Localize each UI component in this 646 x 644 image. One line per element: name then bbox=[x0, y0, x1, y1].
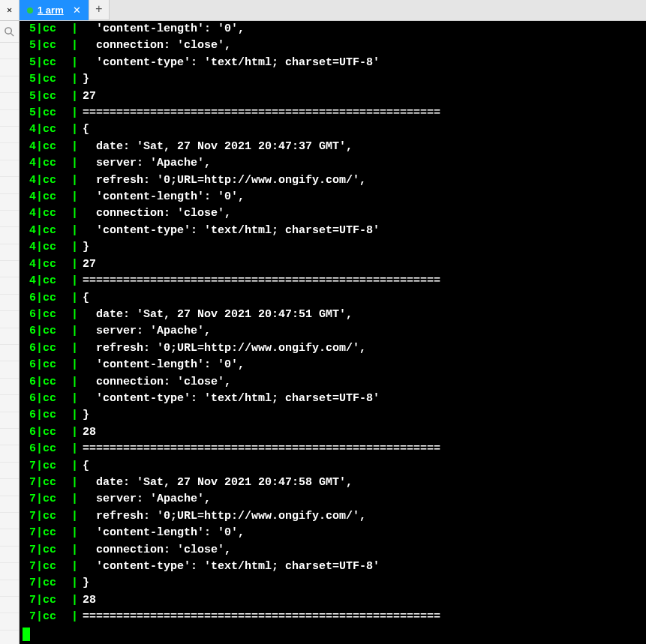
line-prefix: 6|cc bbox=[23, 391, 70, 407]
line-content: 'content-type': 'text/html; charset=UTF-… bbox=[80, 55, 380, 71]
separator-icon: | bbox=[70, 323, 80, 340]
separator-icon: | bbox=[70, 559, 80, 575]
terminal-line: 6|cc | server: 'Apache', bbox=[23, 323, 643, 340]
terminal-line: 7|cc |{ bbox=[23, 458, 643, 475]
line-prefix: 6|cc bbox=[23, 407, 70, 424]
new-tab-button[interactable]: + bbox=[89, 0, 110, 20]
separator-icon: | bbox=[70, 290, 80, 307]
line-prefix: 5|cc bbox=[23, 71, 70, 88]
cursor-icon bbox=[23, 628, 30, 641]
line-content: } bbox=[80, 575, 89, 592]
svg-line-1 bbox=[11, 33, 14, 36]
line-content: connection: 'close', bbox=[80, 37, 231, 54]
line-content: 'content-type': 'text/html; charset=UTF-… bbox=[80, 559, 380, 575]
separator-icon: | bbox=[70, 508, 80, 525]
separator-icon: | bbox=[70, 491, 80, 508]
separator-icon: | bbox=[70, 273, 80, 289]
terminal-line: 6|cc |28 bbox=[23, 424, 643, 441]
terminal-tab[interactable]: 1 arm ✕ bbox=[20, 0, 89, 20]
line-content: ========================================… bbox=[80, 105, 440, 121]
terminal-line: 7|cc | refresh: '0;URL=http://www.ongify… bbox=[23, 508, 643, 525]
line-prefix: 6|cc bbox=[23, 340, 70, 357]
close-icon[interactable]: ✕ bbox=[7, 4, 12, 16]
separator-icon: | bbox=[70, 121, 80, 138]
terminal-line: 6|cc | 'content-type': 'text/html; chars… bbox=[23, 391, 643, 407]
line-content: connection: 'close', bbox=[80, 542, 231, 559]
line-prefix: 4|cc bbox=[23, 121, 70, 138]
line-prefix: 4|cc bbox=[23, 205, 70, 222]
line-content: 27 bbox=[80, 256, 96, 273]
separator-icon: | bbox=[70, 155, 80, 172]
line-content: 28 bbox=[80, 424, 96, 441]
separator-icon: | bbox=[70, 441, 80, 457]
status-dot-icon bbox=[27, 7, 33, 13]
line-content: server: 'Apache', bbox=[80, 491, 211, 508]
terminal-line: 5|cc |27 bbox=[23, 88, 643, 105]
line-prefix: 7|cc bbox=[23, 491, 70, 508]
separator-icon: | bbox=[70, 88, 80, 105]
terminal-output[interactable]: 5|cc | 'content-length': '0', 5|cc | con… bbox=[20, 21, 646, 644]
separator-icon: | bbox=[70, 37, 80, 54]
terminal-line: 7|cc | 'content-length': '0', bbox=[23, 525, 643, 541]
tab-close-icon[interactable]: ✕ bbox=[73, 4, 81, 16]
separator-icon: | bbox=[70, 575, 80, 592]
line-prefix: 6|cc bbox=[23, 307, 70, 323]
line-prefix: 6|cc bbox=[23, 374, 70, 391]
line-content: connection: 'close', bbox=[80, 205, 231, 222]
terminal-line: 4|cc | 'content-length': '0', bbox=[23, 189, 643, 205]
separator-icon: | bbox=[70, 105, 80, 121]
terminal-line: 4|cc |27 bbox=[23, 256, 643, 273]
line-prefix: 7|cc bbox=[23, 575, 70, 592]
line-prefix: 7|cc bbox=[23, 609, 70, 625]
separator-icon: | bbox=[70, 525, 80, 541]
separator-icon: | bbox=[70, 189, 80, 205]
separator-icon: | bbox=[70, 139, 80, 155]
line-prefix: 7|cc bbox=[23, 525, 70, 541]
terminal-line: 4|cc | server: 'Apache', bbox=[23, 155, 643, 172]
line-content: { bbox=[80, 290, 89, 307]
terminal-line: 7|cc | connection: 'close', bbox=[23, 542, 643, 559]
line-prefix: 5|cc bbox=[23, 55, 70, 71]
line-content: date: 'Sat, 27 Nov 2021 20:47:51 GMT', bbox=[80, 307, 353, 323]
line-content: { bbox=[80, 121, 89, 138]
line-prefix: 6|cc bbox=[23, 357, 70, 373]
svg-point-0 bbox=[5, 27, 11, 33]
line-content: server: 'Apache', bbox=[80, 323, 211, 340]
line-content: 'content-length': '0', bbox=[80, 525, 245, 541]
terminal-line: 4|cc | connection: 'close', bbox=[23, 205, 643, 222]
terminal-line: 7|cc |} bbox=[23, 575, 643, 592]
search-icon[interactable] bbox=[4, 26, 15, 37]
terminal-line: 5|cc | 'content-length': '0', bbox=[23, 21, 643, 37]
terminal-line: 7|cc | 'content-type': 'text/html; chars… bbox=[23, 559, 643, 575]
line-prefix: 5|cc bbox=[23, 88, 70, 105]
terminal-line: 6|cc | connection: 'close', bbox=[23, 374, 643, 391]
terminal-line: 4|cc |==================================… bbox=[23, 273, 643, 289]
separator-icon: | bbox=[70, 592, 80, 609]
separator-icon: | bbox=[70, 71, 80, 88]
line-prefix: 5|cc bbox=[23, 105, 70, 121]
line-content: 27 bbox=[80, 88, 96, 105]
terminal-line: 7|cc | server: 'Apache', bbox=[23, 491, 643, 508]
line-prefix: 6|cc bbox=[23, 290, 70, 307]
separator-icon: | bbox=[70, 458, 80, 475]
line-prefix: 4|cc bbox=[23, 256, 70, 273]
line-prefix: 4|cc bbox=[23, 273, 70, 289]
line-prefix: 7|cc bbox=[23, 559, 70, 575]
line-prefix: 7|cc bbox=[23, 542, 70, 559]
tab-label: 1 arm bbox=[38, 4, 64, 16]
line-content: date: 'Sat, 27 Nov 2021 20:47:58 GMT', bbox=[80, 475, 353, 491]
terminal-line: 5|cc | connection: 'close', bbox=[23, 37, 643, 54]
terminal-line: 7|cc |28 bbox=[23, 592, 643, 609]
terminal-line: 5|cc |==================================… bbox=[23, 105, 643, 121]
line-content: 'content-length': '0', bbox=[80, 357, 245, 373]
line-content: refresh: '0;URL=http://www.ongify.com/', bbox=[80, 508, 366, 525]
terminal-line: 5|cc | 'content-type': 'text/html; chars… bbox=[23, 55, 643, 71]
line-prefix: 7|cc bbox=[23, 475, 70, 491]
line-content: ========================================… bbox=[80, 609, 440, 625]
separator-icon: | bbox=[70, 391, 80, 407]
terminal-cursor-line bbox=[23, 626, 643, 641]
separator-icon: | bbox=[70, 475, 80, 491]
line-content: } bbox=[80, 239, 89, 256]
line-content: 'content-length': '0', bbox=[80, 21, 245, 37]
line-content: { bbox=[80, 458, 89, 475]
